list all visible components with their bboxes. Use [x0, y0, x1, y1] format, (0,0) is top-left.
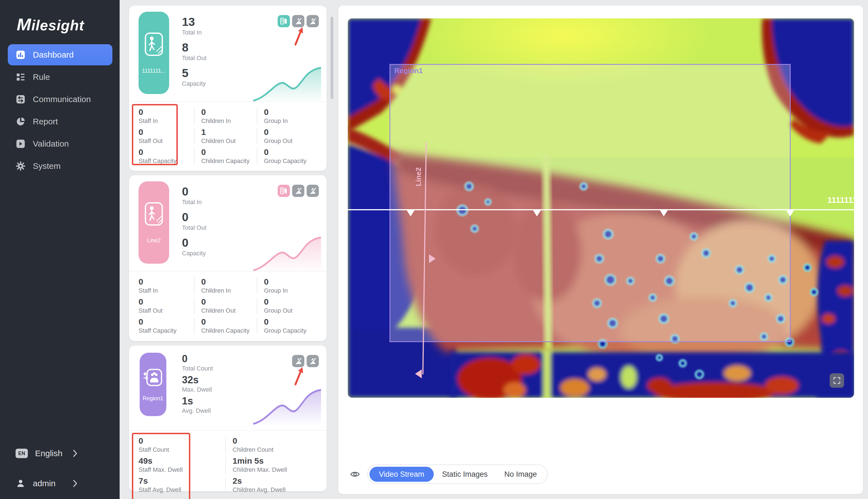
- stat-label: Group Capacity: [264, 157, 327, 165]
- children-exclude-icon[interactable]: [307, 185, 319, 197]
- staff-stats-column: 0Staff Count 49sStaff Max. Dwell 7sStaff…: [138, 436, 233, 496]
- rule-name-label: Line2: [147, 237, 161, 244]
- stat-label: Group Out: [264, 137, 327, 145]
- username-label: admin: [33, 479, 56, 488]
- user-icon: [15, 478, 26, 488]
- sidebar-footer: EN English admin: [0, 441, 120, 496]
- children-exclude-icon[interactable]: [307, 355, 319, 367]
- line-name-label: Line2: [414, 160, 423, 194]
- user-menu[interactable]: admin: [0, 471, 120, 496]
- card-header: 1111111... 13Total In 8Total Out 5Capaci…: [129, 5, 327, 101]
- sidebar-item-label: Report: [33, 117, 58, 126]
- line-crossing-icon: [144, 32, 163, 59]
- stat-label: Group Out: [264, 307, 327, 314]
- sidebar-nav: Dashboard Rule Communication Report: [0, 44, 120, 177]
- metric-value: 0: [182, 185, 206, 198]
- stat-label: Staff In: [138, 117, 201, 125]
- metric-label: Total In: [182, 198, 206, 206]
- sidebar-item-label: Rule: [33, 72, 50, 82]
- stat-label: Group In: [264, 287, 327, 294]
- staff-exclude-icon[interactable]: [292, 355, 304, 367]
- door-counter-icon[interactable]: [278, 15, 290, 27]
- stat-label: Children Count: [233, 446, 327, 453]
- mode-video-stream-button[interactable]: Video Stream: [369, 467, 434, 482]
- stat-value: 1min 5s: [233, 456, 327, 466]
- mode-static-images-button[interactable]: Static Images: [434, 467, 496, 482]
- counter-cards-column: 1111111... 13Total In 8Total Out 5Capaci…: [129, 0, 327, 496]
- stat-value: 1: [201, 127, 264, 137]
- group-stats-column: 0Group In 0Group Out 0Group Capacity: [264, 107, 327, 168]
- metric-label: Total In: [182, 29, 206, 36]
- sidebar-item-label: Communication: [33, 95, 91, 104]
- stat-label: Group Capacity: [264, 327, 327, 334]
- detection-lines-overlay: [348, 19, 854, 398]
- card-header: Region1 0Total Count 32sMax. Dwell 1sAvg…: [129, 345, 327, 430]
- stat-value: 0: [264, 277, 327, 287]
- children-stats-column: 0Children In 1Children Out 0Children Cap…: [201, 107, 264, 168]
- staff-stats-column: 0Staff In 0Staff Out 0Staff Capacity: [138, 107, 201, 168]
- line-crossing-icon: [144, 202, 163, 228]
- language-selector[interactable]: EN English: [0, 441, 120, 466]
- card-detail-stats: 0Staff In 0Staff Out 0Staff Capacity 0Ch…: [129, 271, 327, 337]
- scrollbar-thumb[interactable]: [330, 17, 333, 99]
- region-type-pill: Region1: [140, 353, 166, 416]
- stat-value: 7s: [138, 476, 233, 486]
- stat-value: 0: [201, 297, 264, 306]
- counter-card-line2: Line2 0Total In 0Total Out 0Capacity: [129, 175, 327, 341]
- stream-mode-segmented: Video Stream Static Images No Image: [367, 464, 548, 484]
- stat-label: Staff Out: [138, 137, 201, 145]
- stat-value: 0: [264, 317, 327, 327]
- card-detail-stats: 0Staff In 0Staff Out 0Staff Capacity 0Ch…: [129, 101, 327, 168]
- sidebar-item-dashboard[interactable]: Dashboard: [8, 44, 112, 65]
- sidebar-item-report[interactable]: Report: [8, 111, 112, 132]
- metric-label: Capacity: [182, 80, 206, 87]
- metric-value: 1s: [182, 395, 213, 407]
- metric-value: 0: [182, 236, 206, 249]
- stat-label: Children In: [201, 287, 264, 294]
- sidebar-item-communication[interactable]: Communication: [8, 89, 112, 110]
- card-header: Line2 0Total In 0Total Out 0Capacity: [129, 175, 327, 271]
- device-watermark: 1111111: [827, 195, 854, 205]
- stat-label: Group In: [264, 117, 327, 125]
- language-icon: EN: [15, 449, 28, 458]
- stat-label: Staff Out: [138, 307, 201, 314]
- mode-no-image-button[interactable]: No Image: [496, 467, 545, 482]
- expand-corners-icon[interactable]: [830, 373, 844, 388]
- group-stats-column: 0Group In 0Group Out 0Group Capacity: [264, 277, 327, 337]
- stat-label: Staff Capacity: [138, 157, 201, 165]
- thermal-image: Region1 Line2 1111111: [348, 19, 854, 398]
- staff-exclude-icon[interactable]: [292, 185, 304, 197]
- rule-name-label: 1111111...: [142, 68, 166, 74]
- language-label: English: [35, 449, 62, 458]
- sidebar-item-rule[interactable]: Rule: [8, 66, 112, 88]
- sidebar-item-validation[interactable]: Validation: [8, 133, 112, 154]
- metric-value: 0: [182, 211, 206, 224]
- stat-label: Staff Capacity: [138, 327, 201, 334]
- door-counter-icon[interactable]: [278, 185, 290, 197]
- stat-value: 49s: [138, 456, 233, 466]
- sidebar-item-system[interactable]: System: [8, 156, 112, 177]
- stat-value: 0: [264, 127, 327, 137]
- stat-value: 0: [138, 147, 201, 157]
- stat-label: Children Out: [201, 137, 264, 145]
- stream-mode-controls: Video Stream Static Images No Image: [350, 464, 548, 484]
- stat-label: Staff Count: [138, 446, 233, 453]
- transfer-arrows-icon: [15, 94, 26, 104]
- stat-value: 0: [201, 107, 264, 117]
- stat-value: 0: [201, 317, 264, 327]
- bar-chart-icon: [15, 50, 26, 60]
- metric-label: Max. Dwell: [182, 386, 213, 393]
- stat-value: 2s: [233, 476, 327, 486]
- stat-label: Children Max. Dwell: [233, 466, 327, 473]
- metric-value: 0: [182, 353, 213, 364]
- milesight-logo: Milesight: [0, 0, 120, 44]
- main-content: 1111111... 13Total In 8Total Out 5Capaci…: [120, 0, 868, 499]
- children-stats-column: 0Children In 0Children Out 0Children Cap…: [201, 277, 264, 337]
- annotation-arrow: [292, 366, 305, 386]
- eye-icon[interactable]: [350, 469, 360, 479]
- staff-exclude-icon[interactable]: [292, 15, 304, 27]
- sidebar-item-label: Dashboard: [33, 50, 74, 60]
- card-metrics: 0Total Count 32sMax. Dwell 1sAvg. Dwell: [182, 353, 213, 417]
- metric-value: 32s: [182, 374, 213, 386]
- children-exclude-icon[interactable]: [307, 15, 319, 27]
